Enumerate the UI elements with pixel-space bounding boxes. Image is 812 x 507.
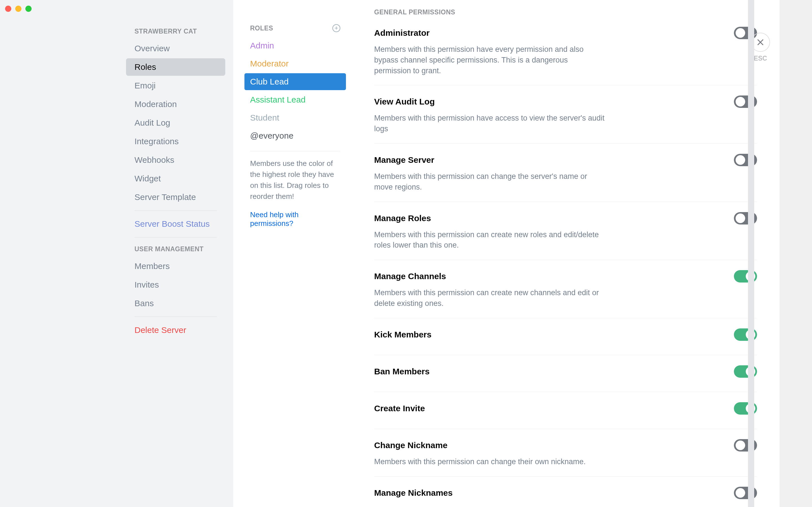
sidebar-item-invites[interactable]: Invites (126, 276, 225, 293)
role-item-moderator[interactable]: Moderator (245, 55, 346, 72)
close-window-icon[interactable] (5, 6, 11, 12)
roles-hint-text: Members use the color of the highest rol… (245, 158, 346, 202)
perm-title: Administrator (374, 28, 430, 38)
perm-title: Change Nickname (374, 441, 448, 450)
permissions-panel: GENERAL PERMISSIONS Administrator Member… (352, 0, 779, 507)
perm-view-audit-log: View Audit Log Members with this permiss… (374, 96, 757, 144)
sidebar-item-overview[interactable]: Overview (126, 40, 225, 57)
perm-desc: Members with this permission can change … (374, 171, 605, 193)
sidebar-divider (135, 317, 217, 317)
window-controls[interactable] (5, 6, 32, 12)
perm-title: Ban Members (374, 367, 430, 376)
perm-title: Manage Nicknames (374, 488, 453, 498)
role-item-student[interactable]: Student (245, 109, 346, 126)
sidebar-item-boost-status[interactable]: Server Boost Status (126, 215, 225, 233)
perm-administrator: Administrator Members with this permissi… (374, 27, 757, 86)
sidebar-item-integrations[interactable]: Integrations (126, 133, 225, 150)
perm-title: Create Invite (374, 404, 425, 413)
perm-create-invite: Create Invite (374, 402, 757, 429)
server-name-header: STRAWBERRY CAT (126, 24, 225, 39)
roles-help-link[interactable]: Need help with permissions? (245, 210, 346, 228)
permissions-section-header: GENERAL PERMISSIONS (374, 8, 757, 16)
sidebar-item-bans[interactable]: Bans (126, 295, 225, 312)
sidebar-item-server-template[interactable]: Server Template (126, 188, 225, 206)
perm-manage-channels: Manage Channels Members with this permis… (374, 270, 757, 318)
perm-title: View Audit Log (374, 97, 435, 107)
close-icon (756, 38, 765, 47)
perm-change-nickname: Change Nickname Members with this permis… (374, 439, 757, 476)
perm-title: Manage Roles (374, 214, 431, 223)
perm-kick-members: Kick Members (374, 328, 757, 355)
role-item-assistant-lead[interactable]: Assistant Lead (245, 91, 346, 108)
sidebar-item-audit-log[interactable]: Audit Log (126, 114, 225, 131)
perm-desc: Members with this permission can create … (374, 288, 605, 309)
perm-ban-members: Ban Members (374, 365, 757, 392)
sidebar-item-webhooks[interactable]: Webhooks (126, 151, 225, 169)
perm-title: Manage Channels (374, 272, 446, 281)
sidebar-item-moderation[interactable]: Moderation (126, 96, 225, 113)
role-item-club-lead[interactable]: Club Lead (245, 73, 346, 90)
perm-manage-nicknames: Manage Nicknames (374, 487, 757, 507)
minimize-window-icon[interactable] (15, 6, 21, 12)
sidebar-divider (135, 210, 217, 211)
perm-manage-roles: Manage Roles Members with this permissio… (374, 212, 757, 260)
role-item-admin[interactable]: Admin (245, 37, 346, 54)
role-item-everyone[interactable]: @everyone (245, 127, 346, 144)
perm-title: Manage Server (374, 155, 434, 165)
scrollbar[interactable] (748, 0, 754, 507)
perm-desc: Members with this permission can change … (374, 457, 605, 467)
server-settings-sidebar: STRAWBERRY CAT Overview Roles Emoji Mode… (0, 0, 233, 507)
roles-divider (250, 151, 340, 151)
perm-desc: Members with this permission have every … (374, 44, 605, 76)
perm-desc: Members with this permission can create … (374, 230, 605, 251)
perm-desc: Members with this permission have access… (374, 113, 605, 134)
sidebar-item-widget[interactable]: Widget (126, 170, 225, 187)
sidebar-item-emoji[interactable]: Emoji (126, 77, 225, 94)
user-management-header: USER MANAGEMENT (126, 242, 225, 256)
sidebar-item-members[interactable]: Members (126, 258, 225, 275)
right-gutter (786, 0, 812, 507)
roles-list-column: ROLES + Admin Moderator Club Lead Assist… (233, 0, 352, 507)
perm-title: Kick Members (374, 330, 432, 339)
sidebar-item-delete-server[interactable]: Delete Server (126, 321, 225, 339)
sidebar-item-roles[interactable]: Roles (126, 58, 225, 76)
add-role-icon[interactable]: + (333, 24, 340, 32)
perm-manage-server: Manage Server Members with this permissi… (374, 154, 757, 202)
sidebar-divider (135, 237, 217, 237)
maximize-window-icon[interactable] (26, 6, 32, 12)
roles-header-label: ROLES (250, 24, 273, 32)
esc-label: ESC (754, 55, 767, 62)
